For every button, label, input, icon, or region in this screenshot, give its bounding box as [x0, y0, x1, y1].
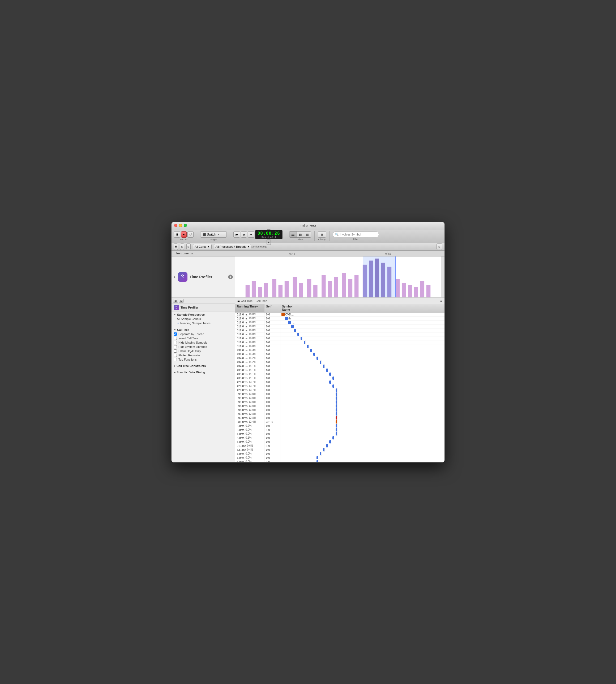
table-row[interactable]: 21.0ms 0.6% 1.0 ▶CA::OGL::ContentsGeomet… [235, 444, 444, 448]
hide-system-libraries-item[interactable]: Hide System Libraries [172, 345, 235, 349]
threads-select[interactable]: All Processes / Threads ▼ [214, 244, 251, 249]
table-row[interactable]: 1.0ms 0.0% 0.0 ▶CA::OGL::CGLContext::upd… [235, 440, 444, 444]
pause-button[interactable]: ⏸ [174, 231, 180, 238]
table-row[interactable]: 434.0ms 14.2% 0.0 ▼CA::OGL::render_layer… [235, 356, 444, 360]
table-row[interactable]: 420.0ms 13.7% 0.0 ▼CA::OGL::LayerNode::a… [235, 388, 444, 392]
table-row[interactable]: 516.0ms 16.8% 0.0 thread_start libsystem… [235, 316, 444, 321]
hide-missing-symbols-checkbox[interactable] [174, 341, 177, 344]
close-button[interactable] [174, 224, 177, 227]
table-row[interactable]: 3.0ms 0.0% 1.0 ▶0x20031a716 GeForceGLDri… [235, 428, 444, 432]
table-row[interactable]: 516.0ms 16.8% 0.0 ▼view_display_link(dou… [235, 340, 444, 345]
instruments-list-btn[interactable]: ☰ [174, 243, 178, 250]
view-btn-2[interactable]: ▤ [297, 231, 304, 237]
table-row[interactable]: 433.0ms 14.1% 0.0 ▼CA::OGL::LayerNode::a… [235, 376, 444, 380]
table-row[interactable]: 420.0ms 13.7% 0.0 ▼CA::OGL::ImagingNode:… [235, 384, 444, 388]
header-running-time[interactable]: Running Time▾ [235, 304, 264, 312]
flatten-recursion-checkbox[interactable] [174, 354, 177, 357]
table-row[interactable]: 8.0ms 0.2% 0.0 ▶0x20021aa6b GeForceGLDri… [235, 424, 444, 428]
maximize-button[interactable] [184, 224, 187, 227]
table-row[interactable]: 399.0ms 13.0% 0.0 ▼CA::OGL::CGLContext::… [235, 396, 444, 400]
inspect-forward-button[interactable]: ⏭ [248, 231, 255, 238]
table-row[interactable]: 1.0ms 0.0% 0.0 ▶0x2004e5a6c GeForceGLDri… [235, 432, 444, 436]
table-row[interactable]: 516.0ms 16.8% 0.0 ▼link_callback QuartzC… [235, 336, 444, 340]
table-row[interactable]: 420.0ms 13.7% 0.0 ▼CA::OGL::render_layer… [235, 380, 444, 384]
table-row[interactable]: 434.0ms 14.2% 0.0 ▼CA::OGL::ImagingNode:… [235, 360, 444, 364]
inspect-add-button[interactable]: ⊕ [241, 231, 247, 238]
table-row[interactable]: 516.0ms 16.8% 0.0 CVDisplayLink::runIOTh… [235, 312, 444, 316]
record-button[interactable]: ● [181, 231, 186, 238]
table-row[interactable]: 516.0ms 16.8% 0.0 CVDisplayLink::perform… [235, 332, 444, 336]
hide-missing-symbols-item[interactable]: Hide Missing Symbols [172, 340, 235, 345]
left-panel-forward-btn[interactable]: ⊟ [179, 299, 184, 303]
table-row[interactable]: 398.0ms 13.0% 0.0 ▼glGenerateMipmap GLEn… [235, 404, 444, 408]
table-row[interactable]: 5.0ms 0.1% 0.0 ▶0x200320abe GeForceGLDri… [235, 436, 444, 440]
show-objc-only-checkbox[interactable] [174, 349, 177, 353]
table-row[interactable]: 381.0ms 12.4% 381.0 memmoveSVARIANT$sse4… [235, 420, 444, 424]
hide-system-libraries-checkbox[interactable] [174, 345, 177, 348]
timeline-header: Instruments 00:10 00:20 [172, 251, 444, 257]
all-sample-counts-item[interactable]: All Sample Counts [172, 317, 235, 321]
table-row[interactable]: 516.0ms 16.8% 0.0 _pthread_start libsyst… [235, 321, 444, 325]
invert-call-tree-checkbox[interactable] [174, 337, 177, 340]
table-row[interactable]: 398.0ms 13.0% 0.0 ▼gleGenMipmaps GLEngin… [235, 408, 444, 412]
search-input[interactable] [340, 233, 376, 236]
flatten-recursion-item[interactable]: Flatten Recursion [172, 353, 235, 357]
table-row[interactable]: 399.0ms 13.0% 0.0 ▼CA::OGL::render_conte… [235, 392, 444, 396]
view-btn-1[interactable]: ▬ [289, 231, 297, 237]
left-panel-back-btn[interactable]: ⊞ [173, 299, 178, 303]
table-row[interactable]: 433.0ms 14.1% 0.0 ▼CA::OGL::ImagingNode:… [235, 372, 444, 376]
invert-call-tree-item[interactable]: Invert Call Tree [172, 336, 235, 340]
table-row[interactable]: 439.0ms 14.3% 0.0 ▼CA::OGL::render(CA::O… [235, 348, 444, 352]
sample-perspective-header[interactable]: ▼ Sample Perspective [172, 312, 235, 317]
show-objc-only-item[interactable]: Show Obj-C Only [172, 349, 235, 353]
instruments-grid-btn[interactable]: ⊞ [180, 243, 184, 250]
header-self[interactable]: Self [264, 304, 280, 312]
table-row[interactable]: 434.0ms 14.1% 0.0 ▼CA::OGL::LayerNode::a… [235, 364, 444, 368]
next-run-button[interactable]: ▶ [267, 240, 271, 245]
table-row[interactable]: 516.0ms 16.8% 0.0 startIOThread(void*) C… [235, 325, 444, 328]
cell-self: 0.0 [264, 368, 280, 372]
search-box[interactable]: 🔍 [333, 231, 379, 237]
top-functions-label: Top Functions [178, 358, 197, 361]
separate-by-thread-item[interactable]: Separate by Thread [172, 332, 235, 336]
table-row[interactable]: 393.0ms 12.8% 0.0 ▼gldGenerateTexMipmaps… [235, 412, 444, 416]
library-button[interactable]: ⊞ [318, 231, 326, 238]
view-btn-3[interactable]: ▥ [304, 231, 311, 237]
table-row[interactable]: 1.0ms 0.0% 0.0 ▶CA::OGL::render_contents… [235, 456, 444, 460]
call-tree-header[interactable]: ▼ Call Tree [172, 328, 235, 332]
header-symbol-name[interactable]: Symbol Name [280, 304, 296, 312]
top-functions-checkbox[interactable] [174, 358, 177, 361]
top-functions-item[interactable]: Top Functions [172, 357, 235, 362]
table-row[interactable]: 393.0ms 12.8% 0.0 ▼0x231b056 GeForceGLDr… [235, 416, 444, 420]
instruments-detail-btn[interactable]: ⊟ [186, 243, 191, 250]
table-header: Running Time▾ Self Symbol Name [235, 304, 444, 312]
expand-instrument-icon[interactable]: ▶ [174, 275, 176, 278]
call-tree-section: ▼ Call Tree Separate by Thread Invert Ca… [172, 327, 235, 363]
table-row[interactable]: 3.0ms 0.0% 1.0 ▶CA::OGL::emit_shape(CA::… [235, 460, 444, 462]
call-tree-constraints-header[interactable]: ▶ Call Tree Constraints [172, 364, 235, 368]
refresh-button[interactable]: ↺ [188, 231, 194, 238]
right-panel: ☰ Call Tree › Call Tree ≡ Running Time▾ … [235, 298, 444, 462]
table-row[interactable]: 516.0ms 16.8% 0.0 CVDisplayLink::runIOTh… [235, 328, 444, 332]
expand-btn[interactable]: ⊡ [437, 243, 442, 250]
breadcrumb-call-tree-1[interactable]: Call Tree [241, 299, 252, 303]
table-container[interactable]: Running Time▾ Self Symbol Name 516.0ms 1… [235, 304, 444, 462]
table-row[interactable]: 439.0ms 14.3% 0.0 ▼CA::OGL::Renderer::re… [235, 352, 444, 356]
switch-dropdown[interactable]: ⬛ Switch ▼ [200, 231, 227, 238]
specific-data-mining-header[interactable]: ▶ Specific Data Mining [172, 370, 235, 374]
running-sample-times-item[interactable]: ✦ Running Sample Times [172, 321, 235, 326]
table-row[interactable]: 516.0ms 16.8% 0.0 ▼view_draw_CAView*, do… [235, 345, 444, 348]
timeline-scrollbar[interactable] [441, 257, 444, 297]
separate-by-thread-checkbox[interactable] [174, 332, 177, 336]
instrument-info-button[interactable]: i [228, 274, 233, 279]
call-tree-options-button[interactable]: ≡ [440, 299, 442, 303]
breadcrumb-call-tree-2[interactable]: Call Tree [256, 299, 267, 303]
table-row[interactable]: 13.0ms 0.4% 0.0 ▶CA::OGL::render_foregro… [235, 448, 444, 452]
table-row[interactable]: 1.0ms 0.0% 0.0 ▼CA::OGL::render_contents… [235, 452, 444, 456]
core-select[interactable]: All Cores ▼ [193, 244, 212, 249]
table-row[interactable]: 399.0ms 13.0% 0.0 ▼glGenerateMipmapEXT_E… [235, 400, 444, 404]
minimize-button[interactable] [179, 224, 182, 227]
inspect-back-button[interactable]: ⏮ [234, 231, 240, 238]
table-row[interactable]: 433.0ms 14.1% 0.0 ▼CA::OGL::render_layer… [235, 368, 444, 372]
cell-time: 434.0ms 14.1% [235, 364, 264, 368]
